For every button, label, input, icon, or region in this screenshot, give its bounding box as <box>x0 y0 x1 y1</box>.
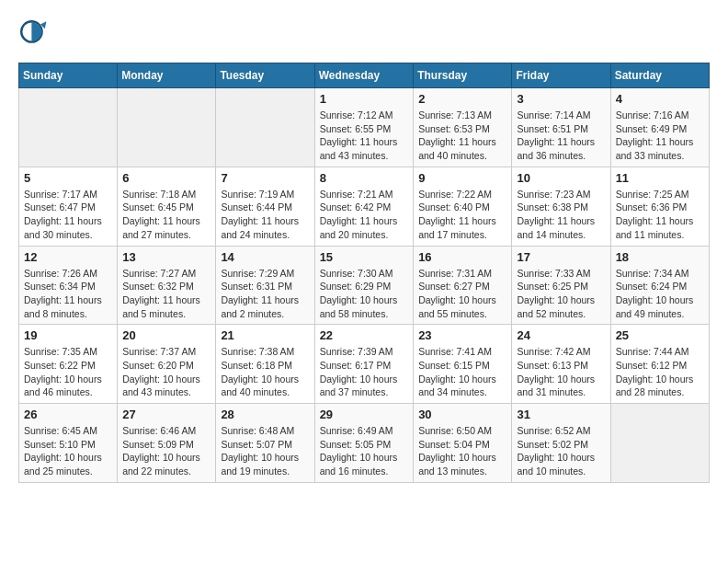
calendar-cell: 30Sunrise: 6:50 AM Sunset: 5:04 PM Dayli… <box>414 404 512 483</box>
day-info: Sunrise: 7:39 AM Sunset: 6:17 PM Dayligh… <box>320 345 409 399</box>
day-info: Sunrise: 7:38 AM Sunset: 6:18 PM Dayligh… <box>221 345 309 399</box>
day-number: 27 <box>122 408 210 421</box>
day-number: 8 <box>320 171 409 185</box>
day-number: 10 <box>517 171 605 185</box>
day-info: Sunrise: 7:27 AM Sunset: 6:32 PM Dayligh… <box>122 267 210 321</box>
weekday-header-monday: Monday <box>118 63 216 88</box>
day-number: 20 <box>122 328 210 342</box>
day-info: Sunrise: 7:23 AM Sunset: 6:38 PM Dayligh… <box>517 188 605 242</box>
calendar-cell: 10Sunrise: 7:23 AM Sunset: 6:38 PM Dayli… <box>512 167 610 246</box>
day-info: Sunrise: 6:45 AM Sunset: 5:10 PM Dayligh… <box>24 424 112 478</box>
calendar-cell: 3Sunrise: 7:14 AM Sunset: 6:51 PM Daylig… <box>512 88 610 167</box>
day-number: 15 <box>320 250 409 264</box>
calendar-header: SundayMondayTuesdayWednesdayThursdayFrid… <box>19 63 710 88</box>
weekday-header-wednesday: Wednesday <box>314 63 414 88</box>
calendar-week-row: 26Sunrise: 6:45 AM Sunset: 5:10 PM Dayli… <box>19 404 710 483</box>
day-number: 26 <box>24 408 112 421</box>
calendar-cell: 25Sunrise: 7:44 AM Sunset: 6:12 PM Dayli… <box>610 325 709 404</box>
logo-icon <box>18 18 48 48</box>
calendar-cell: 14Sunrise: 7:29 AM Sunset: 6:31 PM Dayli… <box>216 246 314 325</box>
calendar-cell: 2Sunrise: 7:13 AM Sunset: 6:53 PM Daylig… <box>414 88 512 167</box>
weekday-header-tuesday: Tuesday <box>216 63 314 88</box>
day-info: Sunrise: 7:34 AM Sunset: 6:24 PM Dayligh… <box>616 267 704 321</box>
day-info: Sunrise: 6:46 AM Sunset: 5:09 PM Dayligh… <box>122 424 210 478</box>
calendar-body: 1Sunrise: 7:12 AM Sunset: 6:55 PM Daylig… <box>19 88 710 483</box>
calendar-cell: 1Sunrise: 7:12 AM Sunset: 6:55 PM Daylig… <box>314 88 414 167</box>
day-number: 18 <box>616 250 704 264</box>
calendar-cell: 6Sunrise: 7:18 AM Sunset: 6:45 PM Daylig… <box>118 167 216 246</box>
day-info: Sunrise: 7:33 AM Sunset: 6:25 PM Dayligh… <box>517 267 605 321</box>
day-number: 31 <box>517 408 605 421</box>
calendar-cell: 4Sunrise: 7:16 AM Sunset: 6:49 PM Daylig… <box>610 88 709 167</box>
day-number: 13 <box>122 250 210 264</box>
logo <box>18 18 51 48</box>
calendar-cell: 24Sunrise: 7:42 AM Sunset: 6:13 PM Dayli… <box>512 325 610 404</box>
day-number: 16 <box>418 250 506 264</box>
day-info: Sunrise: 7:14 AM Sunset: 6:51 PM Dayligh… <box>517 109 605 163</box>
day-info: Sunrise: 7:22 AM Sunset: 6:40 PM Dayligh… <box>418 188 506 242</box>
day-number: 19 <box>24 328 112 342</box>
day-number: 23 <box>418 328 506 342</box>
calendar-cell <box>19 88 118 167</box>
day-number: 5 <box>24 171 112 185</box>
day-info: Sunrise: 7:42 AM Sunset: 6:13 PM Dayligh… <box>517 345 605 399</box>
calendar-cell <box>118 88 216 167</box>
day-number: 3 <box>517 92 605 106</box>
day-number: 29 <box>320 408 409 421</box>
day-info: Sunrise: 7:29 AM Sunset: 6:31 PM Dayligh… <box>221 267 309 321</box>
day-number: 21 <box>221 328 309 342</box>
calendar-week-row: 1Sunrise: 7:12 AM Sunset: 6:55 PM Daylig… <box>19 88 710 167</box>
day-number: 14 <box>221 250 309 264</box>
calendar-cell: 23Sunrise: 7:41 AM Sunset: 6:15 PM Dayli… <box>414 325 512 404</box>
day-info: Sunrise: 7:16 AM Sunset: 6:49 PM Dayligh… <box>616 109 704 163</box>
day-number: 30 <box>418 408 506 421</box>
day-number: 4 <box>616 92 704 106</box>
day-number: 12 <box>24 250 112 264</box>
day-info: Sunrise: 6:50 AM Sunset: 5:04 PM Dayligh… <box>418 424 506 478</box>
day-number: 28 <box>221 408 309 421</box>
day-number: 2 <box>418 92 506 106</box>
calendar-cell: 22Sunrise: 7:39 AM Sunset: 6:17 PM Dayli… <box>314 325 414 404</box>
day-info: Sunrise: 7:17 AM Sunset: 6:47 PM Dayligh… <box>24 188 112 242</box>
calendar-cell: 19Sunrise: 7:35 AM Sunset: 6:22 PM Dayli… <box>19 325 118 404</box>
weekday-header-friday: Friday <box>512 63 610 88</box>
day-number: 24 <box>517 328 605 342</box>
calendar-cell: 9Sunrise: 7:22 AM Sunset: 6:40 PM Daylig… <box>414 167 512 246</box>
day-info: Sunrise: 6:48 AM Sunset: 5:07 PM Dayligh… <box>221 424 309 478</box>
calendar-cell <box>610 404 709 483</box>
calendar-week-row: 12Sunrise: 7:26 AM Sunset: 6:34 PM Dayli… <box>19 246 710 325</box>
weekday-header-saturday: Saturday <box>610 63 709 88</box>
day-info: Sunrise: 7:18 AM Sunset: 6:45 PM Dayligh… <box>122 188 210 242</box>
day-info: Sunrise: 6:49 AM Sunset: 5:05 PM Dayligh… <box>320 424 409 478</box>
calendar-cell: 13Sunrise: 7:27 AM Sunset: 6:32 PM Dayli… <box>118 246 216 325</box>
calendar-cell: 31Sunrise: 6:52 AM Sunset: 5:02 PM Dayli… <box>512 404 610 483</box>
calendar-cell: 27Sunrise: 6:46 AM Sunset: 5:09 PM Dayli… <box>118 404 216 483</box>
calendar-cell: 11Sunrise: 7:25 AM Sunset: 6:36 PM Dayli… <box>610 167 709 246</box>
day-info: Sunrise: 7:26 AM Sunset: 6:34 PM Dayligh… <box>24 267 112 321</box>
calendar-cell: 21Sunrise: 7:38 AM Sunset: 6:18 PM Dayli… <box>216 325 314 404</box>
day-info: Sunrise: 6:52 AM Sunset: 5:02 PM Dayligh… <box>517 424 605 478</box>
day-info: Sunrise: 7:13 AM Sunset: 6:53 PM Dayligh… <box>418 109 506 163</box>
calendar-cell: 18Sunrise: 7:34 AM Sunset: 6:24 PM Dayli… <box>610 246 709 325</box>
day-info: Sunrise: 7:19 AM Sunset: 6:44 PM Dayligh… <box>221 188 309 242</box>
day-info: Sunrise: 7:35 AM Sunset: 6:22 PM Dayligh… <box>24 345 112 399</box>
calendar-cell: 26Sunrise: 6:45 AM Sunset: 5:10 PM Dayli… <box>19 404 118 483</box>
calendar-cell: 8Sunrise: 7:21 AM Sunset: 6:42 PM Daylig… <box>314 167 414 246</box>
day-number: 6 <box>122 171 210 185</box>
weekday-header-row: SundayMondayTuesdayWednesdayThursdayFrid… <box>19 63 710 88</box>
page-header <box>18 18 710 48</box>
day-info: Sunrise: 7:21 AM Sunset: 6:42 PM Dayligh… <box>320 188 409 242</box>
day-number: 22 <box>320 328 409 342</box>
calendar-cell: 29Sunrise: 6:49 AM Sunset: 5:05 PM Dayli… <box>314 404 414 483</box>
calendar-cell: 17Sunrise: 7:33 AM Sunset: 6:25 PM Dayli… <box>512 246 610 325</box>
calendar-cell: 28Sunrise: 6:48 AM Sunset: 5:07 PM Dayli… <box>216 404 314 483</box>
calendar-week-row: 19Sunrise: 7:35 AM Sunset: 6:22 PM Dayli… <box>19 325 710 404</box>
calendar-cell: 15Sunrise: 7:30 AM Sunset: 6:29 PM Dayli… <box>314 246 414 325</box>
day-number: 7 <box>221 171 309 185</box>
day-number: 9 <box>418 171 506 185</box>
day-info: Sunrise: 7:37 AM Sunset: 6:20 PM Dayligh… <box>122 345 210 399</box>
calendar-cell: 20Sunrise: 7:37 AM Sunset: 6:20 PM Dayli… <box>118 325 216 404</box>
day-info: Sunrise: 7:30 AM Sunset: 6:29 PM Dayligh… <box>320 267 409 321</box>
weekday-header-thursday: Thursday <box>414 63 512 88</box>
day-number: 11 <box>616 171 704 185</box>
